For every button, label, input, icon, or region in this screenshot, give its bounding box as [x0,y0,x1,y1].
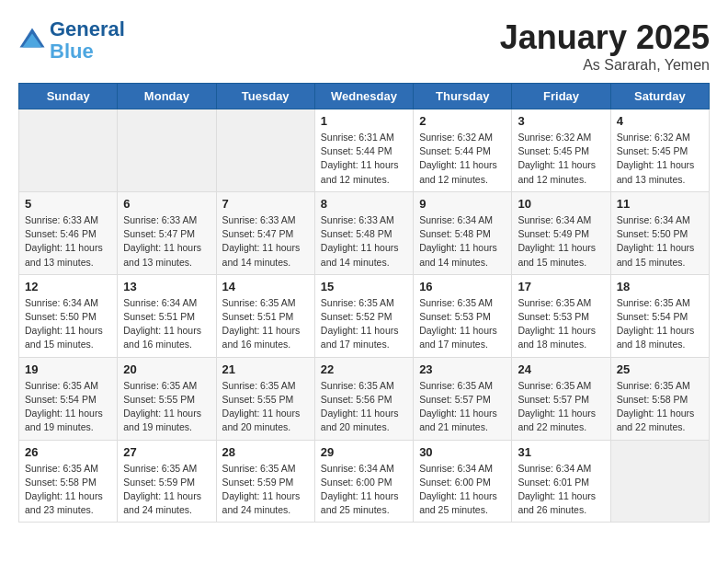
calendar-cell [19,109,118,192]
calendar-cell: 7Sunrise: 6:33 AM Sunset: 5:47 PM Daylig… [216,191,314,274]
day-number: 29 [321,445,407,459]
day-number: 7 [222,197,309,211]
day-info: Sunrise: 6:35 AM Sunset: 5:55 PM Dayligh… [222,379,309,435]
day-number: 2 [419,114,506,128]
day-info: Sunrise: 6:34 AM Sunset: 5:50 PM Dayligh… [617,213,703,270]
day-info: Sunrise: 6:35 AM Sunset: 5:59 PM Dayligh… [222,462,309,518]
day-number: 10 [518,197,604,211]
calendar-cell: 27Sunrise: 6:35 AM Sunset: 5:59 PM Dayli… [118,440,216,523]
day-info: Sunrise: 6:35 AM Sunset: 5:58 PM Dayligh… [617,379,703,435]
calendar-cell: 2Sunrise: 6:32 AM Sunset: 5:44 PM Daylig… [414,109,512,192]
calendar-cell: 17Sunrise: 6:35 AM Sunset: 5:53 PM Dayli… [512,274,610,357]
weekday-header-friday: Friday [512,84,610,109]
logo-icon [18,27,46,54]
day-number: 24 [518,362,604,376]
calendar-cell [610,440,709,523]
day-number: 4 [617,114,703,128]
day-info: Sunrise: 6:35 AM Sunset: 5:57 PM Dayligh… [419,379,506,435]
calendar-body: 1Sunrise: 6:31 AM Sunset: 5:44 PM Daylig… [19,109,710,523]
weekday-header-wednesday: Wednesday [314,84,413,109]
day-number: 21 [222,362,309,376]
day-info: Sunrise: 6:33 AM Sunset: 5:47 PM Dayligh… [123,213,210,270]
day-number: 8 [321,197,407,211]
weekday-header-monday: Monday [118,84,216,109]
week-row-5: 26Sunrise: 6:35 AM Sunset: 5:58 PM Dayli… [19,440,710,523]
calendar-cell [216,109,314,192]
day-info: Sunrise: 6:34 AM Sunset: 5:49 PM Dayligh… [518,213,604,270]
day-info: Sunrise: 6:31 AM Sunset: 5:44 PM Dayligh… [321,131,407,187]
day-number: 1 [321,114,407,128]
day-info: Sunrise: 6:35 AM Sunset: 5:54 PM Dayligh… [25,379,111,435]
calendar-cell: 26Sunrise: 6:35 AM Sunset: 5:58 PM Dayli… [19,440,118,523]
day-number: 12 [25,280,111,293]
calendar-cell: 8Sunrise: 6:33 AM Sunset: 5:48 PM Daylig… [314,191,413,274]
calendar-cell: 11Sunrise: 6:34 AM Sunset: 5:50 PM Dayli… [610,191,709,274]
day-info: Sunrise: 6:32 AM Sunset: 5:45 PM Dayligh… [518,131,604,187]
day-info: Sunrise: 6:35 AM Sunset: 5:54 PM Dayligh… [617,296,703,352]
day-info: Sunrise: 6:34 AM Sunset: 6:00 PM Dayligh… [419,462,506,518]
calendar-cell: 6Sunrise: 6:33 AM Sunset: 5:47 PM Daylig… [118,191,216,274]
day-number: 28 [222,445,309,459]
day-info: Sunrise: 6:34 AM Sunset: 5:51 PM Dayligh… [123,296,210,352]
week-row-1: 1Sunrise: 6:31 AM Sunset: 5:44 PM Daylig… [19,109,710,192]
calendar-cell: 13Sunrise: 6:34 AM Sunset: 5:51 PM Dayli… [118,274,216,357]
day-number: 14 [222,280,309,293]
month-title: January 2025 [500,18,710,57]
day-info: Sunrise: 6:35 AM Sunset: 5:53 PM Dayligh… [419,296,506,352]
calendar-cell: 9Sunrise: 6:34 AM Sunset: 5:48 PM Daylig… [414,191,512,274]
calendar-cell: 16Sunrise: 6:35 AM Sunset: 5:53 PM Dayli… [414,274,512,357]
calendar-cell: 19Sunrise: 6:35 AM Sunset: 5:54 PM Dayli… [19,357,118,440]
calendar-cell: 15Sunrise: 6:35 AM Sunset: 5:52 PM Dayli… [314,274,413,357]
weekday-header-sunday: Sunday [19,84,118,109]
calendar-cell [118,109,216,192]
day-info: Sunrise: 6:35 AM Sunset: 5:58 PM Dayligh… [25,462,111,518]
day-number: 3 [518,114,604,128]
day-info: Sunrise: 6:34 AM Sunset: 5:48 PM Dayligh… [419,213,506,270]
calendar-cell: 30Sunrise: 6:34 AM Sunset: 6:00 PM Dayli… [414,440,512,523]
day-number: 26 [25,445,111,459]
calendar-cell: 12Sunrise: 6:34 AM Sunset: 5:50 PM Dayli… [19,274,118,357]
day-number: 18 [617,280,703,293]
calendar-table: SundayMondayTuesdayWednesdayThursdayFrid… [18,83,710,523]
day-info: Sunrise: 6:34 AM Sunset: 5:50 PM Dayligh… [25,296,111,352]
calendar-cell: 18Sunrise: 6:35 AM Sunset: 5:54 PM Dayli… [610,274,709,357]
day-number: 27 [123,445,210,459]
calendar-cell: 24Sunrise: 6:35 AM Sunset: 5:57 PM Dayli… [512,357,610,440]
weekday-row: SundayMondayTuesdayWednesdayThursdayFrid… [19,84,710,109]
calendar-cell: 14Sunrise: 6:35 AM Sunset: 5:51 PM Dayli… [216,274,314,357]
day-info: Sunrise: 6:33 AM Sunset: 5:46 PM Dayligh… [25,213,111,270]
day-info: Sunrise: 6:35 AM Sunset: 5:51 PM Dayligh… [222,296,309,352]
week-row-3: 12Sunrise: 6:34 AM Sunset: 5:50 PM Dayli… [19,274,710,357]
calendar-cell: 28Sunrise: 6:35 AM Sunset: 5:59 PM Dayli… [216,440,314,523]
day-info: Sunrise: 6:35 AM Sunset: 5:55 PM Dayligh… [123,379,210,435]
week-row-2: 5Sunrise: 6:33 AM Sunset: 5:46 PM Daylig… [19,191,710,274]
day-number: 9 [419,197,506,211]
day-number: 11 [617,197,703,211]
day-info: Sunrise: 6:35 AM Sunset: 5:52 PM Dayligh… [321,296,407,352]
day-info: Sunrise: 6:32 AM Sunset: 5:45 PM Dayligh… [617,131,703,187]
day-info: Sunrise: 6:35 AM Sunset: 5:56 PM Dayligh… [321,379,407,435]
day-info: Sunrise: 6:33 AM Sunset: 5:47 PM Dayligh… [222,213,309,270]
calendar-cell: 1Sunrise: 6:31 AM Sunset: 5:44 PM Daylig… [314,109,413,192]
day-number: 17 [518,280,604,293]
calendar-cell: 31Sunrise: 6:34 AM Sunset: 6:01 PM Dayli… [512,440,610,523]
weekday-header-tuesday: Tuesday [216,84,314,109]
calendar-cell: 20Sunrise: 6:35 AM Sunset: 5:55 PM Dayli… [118,357,216,440]
day-number: 13 [123,280,210,293]
calendar-cell: 3Sunrise: 6:32 AM Sunset: 5:45 PM Daylig… [512,109,610,192]
calendar-header: SundayMondayTuesdayWednesdayThursdayFrid… [19,84,710,109]
calendar-cell: 22Sunrise: 6:35 AM Sunset: 5:56 PM Dayli… [314,357,413,440]
day-number: 15 [321,280,407,293]
weekday-header-saturday: Saturday [610,84,709,109]
day-number: 31 [518,445,604,459]
day-number: 25 [617,362,703,376]
day-number: 16 [419,280,506,293]
logo: General Blue [18,18,125,63]
day-number: 19 [25,362,111,376]
page-header: General Blue January 2025 As Sararah, Ye… [18,18,710,74]
weekday-header-thursday: Thursday [414,84,512,109]
logo-text: General Blue [50,18,125,63]
location: As Sararah, Yemen [500,57,710,74]
day-number: 5 [25,197,111,211]
title-block: January 2025 As Sararah, Yemen [500,18,710,74]
